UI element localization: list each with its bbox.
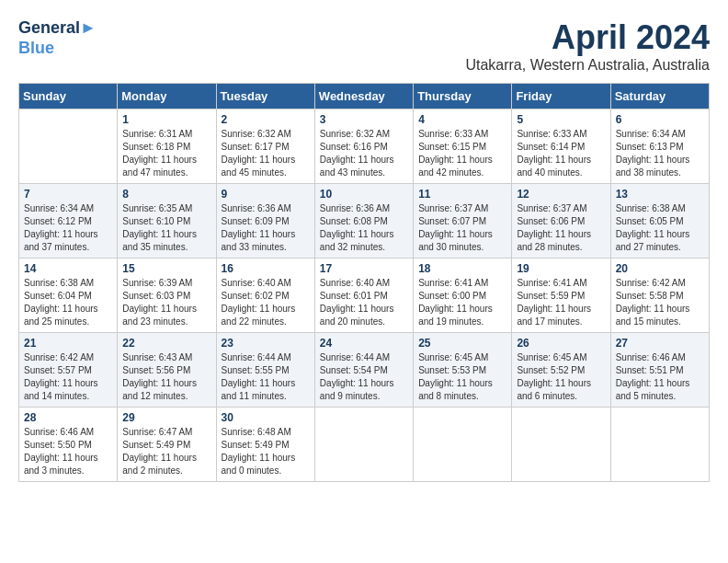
sunset: Sunset: 6:04 PM bbox=[24, 290, 112, 303]
day-number: 26 bbox=[517, 337, 605, 350]
calendar-cell: 16 Sunrise: 6:40 AM Sunset: 6:02 PM Dayl… bbox=[216, 259, 314, 333]
daylight: Daylight: 11 hours and 15 minutes. bbox=[616, 303, 704, 328]
day-number: 30 bbox=[222, 411, 310, 424]
sunset: Sunset: 6:18 PM bbox=[122, 141, 210, 154]
sunset: Sunset: 6:14 PM bbox=[517, 141, 605, 154]
sunrise: Sunrise: 6:40 AM bbox=[222, 277, 310, 290]
sunset: Sunset: 6:00 PM bbox=[418, 290, 506, 303]
day-number: 8 bbox=[122, 188, 210, 201]
calendar-cell: 17 Sunrise: 6:40 AM Sunset: 6:01 PM Dayl… bbox=[314, 259, 413, 333]
calendar-cell: 9 Sunrise: 6:36 AM Sunset: 6:09 PM Dayli… bbox=[216, 184, 314, 259]
daylight: Daylight: 11 hours and 19 minutes. bbox=[418, 303, 506, 328]
sunset: Sunset: 6:12 PM bbox=[24, 215, 112, 228]
calendar-cell bbox=[414, 408, 512, 482]
daylight: Daylight: 11 hours and 6 minutes. bbox=[517, 377, 605, 403]
sunrise: Sunrise: 6:38 AM bbox=[24, 277, 112, 290]
cell-content: Sunrise: 6:38 AM Sunset: 6:04 PM Dayligh… bbox=[24, 277, 112, 328]
sunset: Sunset: 5:58 PM bbox=[616, 290, 704, 303]
sunset: Sunset: 6:07 PM bbox=[418, 215, 506, 228]
daylight: Daylight: 11 hours and 0 minutes. bbox=[222, 452, 310, 477]
day-number: 10 bbox=[320, 188, 408, 201]
cell-content: Sunrise: 6:39 AM Sunset: 6:03 PM Dayligh… bbox=[122, 277, 210, 328]
daylight: Daylight: 11 hours and 27 minutes. bbox=[616, 228, 704, 254]
cell-content: Sunrise: 6:32 AM Sunset: 6:17 PM Dayligh… bbox=[222, 128, 310, 179]
daylight: Daylight: 11 hours and 32 minutes. bbox=[320, 228, 408, 254]
sunrise: Sunrise: 6:34 AM bbox=[24, 202, 112, 215]
cell-content: Sunrise: 6:32 AM Sunset: 6:16 PM Dayligh… bbox=[320, 128, 408, 179]
day-number: 28 bbox=[24, 411, 112, 424]
daylight: Daylight: 11 hours and 38 minutes. bbox=[616, 154, 704, 179]
calendar-cell: 25 Sunrise: 6:45 AM Sunset: 5:53 PM Dayl… bbox=[414, 333, 512, 408]
calendar-week-row: 21 Sunrise: 6:42 AM Sunset: 5:57 PM Dayl… bbox=[19, 333, 710, 408]
calendar-cell: 11 Sunrise: 6:37 AM Sunset: 6:07 PM Dayl… bbox=[414, 184, 512, 259]
daylight: Daylight: 11 hours and 43 minutes. bbox=[320, 154, 408, 179]
calendar-cell: 2 Sunrise: 6:32 AM Sunset: 6:17 PM Dayli… bbox=[216, 109, 314, 184]
sunset: Sunset: 6:15 PM bbox=[418, 141, 506, 154]
cell-content: Sunrise: 6:45 AM Sunset: 5:52 PM Dayligh… bbox=[517, 351, 605, 403]
sunrise: Sunrise: 6:36 AM bbox=[222, 202, 310, 215]
daylight: Daylight: 11 hours and 40 minutes. bbox=[517, 154, 605, 179]
sunset: Sunset: 6:01 PM bbox=[320, 290, 408, 303]
sunset: Sunset: 5:55 PM bbox=[222, 364, 310, 377]
daylight: Daylight: 11 hours and 14 minutes. bbox=[24, 377, 112, 403]
sunset: Sunset: 5:59 PM bbox=[517, 290, 605, 303]
calendar-cell: 20 Sunrise: 6:42 AM Sunset: 5:58 PM Dayl… bbox=[610, 259, 709, 333]
calendar-cell: 27 Sunrise: 6:46 AM Sunset: 5:51 PM Dayl… bbox=[610, 333, 709, 408]
day-number: 21 bbox=[24, 337, 112, 350]
calendar-cell bbox=[610, 408, 709, 482]
calendar-cell: 13 Sunrise: 6:38 AM Sunset: 6:05 PM Dayl… bbox=[610, 184, 709, 259]
calendar-cell: 23 Sunrise: 6:44 AM Sunset: 5:55 PM Dayl… bbox=[216, 333, 314, 408]
cell-content: Sunrise: 6:47 AM Sunset: 5:49 PM Dayligh… bbox=[122, 426, 210, 477]
sunrise: Sunrise: 6:44 AM bbox=[320, 351, 408, 364]
calendar-cell: 14 Sunrise: 6:38 AM Sunset: 6:04 PM Dayl… bbox=[19, 259, 118, 333]
sunset: Sunset: 6:03 PM bbox=[122, 290, 210, 303]
sunset: Sunset: 5:50 PM bbox=[24, 439, 112, 452]
sunrise: Sunrise: 6:38 AM bbox=[616, 202, 704, 215]
calendar-cell: 12 Sunrise: 6:37 AM Sunset: 6:06 PM Dayl… bbox=[512, 184, 610, 259]
sunrise: Sunrise: 6:47 AM bbox=[122, 426, 210, 439]
cell-content: Sunrise: 6:36 AM Sunset: 6:09 PM Dayligh… bbox=[222, 202, 310, 254]
calendar-cell: 5 Sunrise: 6:33 AM Sunset: 6:14 PM Dayli… bbox=[512, 109, 610, 184]
sunset: Sunset: 6:06 PM bbox=[517, 215, 605, 228]
sunrise: Sunrise: 6:32 AM bbox=[222, 128, 310, 141]
cell-content: Sunrise: 6:41 AM Sunset: 5:59 PM Dayligh… bbox=[517, 277, 605, 328]
sunset: Sunset: 5:56 PM bbox=[122, 364, 210, 377]
cell-content: Sunrise: 6:33 AM Sunset: 6:15 PM Dayligh… bbox=[418, 128, 506, 179]
day-number: 7 bbox=[24, 188, 112, 201]
calendar-cell: 21 Sunrise: 6:42 AM Sunset: 5:57 PM Dayl… bbox=[19, 333, 118, 408]
sunset: Sunset: 6:13 PM bbox=[616, 141, 704, 154]
sunrise: Sunrise: 6:33 AM bbox=[517, 128, 605, 141]
calendar-cell: 10 Sunrise: 6:36 AM Sunset: 6:08 PM Dayl… bbox=[314, 184, 413, 259]
calendar-cell: 30 Sunrise: 6:48 AM Sunset: 5:49 PM Dayl… bbox=[216, 408, 314, 482]
day-number: 27 bbox=[616, 337, 704, 350]
daylight: Daylight: 11 hours and 22 minutes. bbox=[222, 303, 310, 328]
day-number: 24 bbox=[320, 337, 408, 350]
day-number: 4 bbox=[418, 113, 506, 126]
header-wednesday: Wednesday bbox=[314, 84, 413, 109]
daylight: Daylight: 11 hours and 3 minutes. bbox=[24, 452, 112, 477]
header-monday: Monday bbox=[118, 84, 216, 109]
sunset: Sunset: 6:17 PM bbox=[222, 141, 310, 154]
calendar: SundayMondayTuesdayWednesdayThursdayFrid… bbox=[18, 83, 710, 482]
day-number: 2 bbox=[222, 113, 310, 126]
day-number: 18 bbox=[418, 262, 506, 275]
cell-content: Sunrise: 6:44 AM Sunset: 5:55 PM Dayligh… bbox=[222, 351, 310, 403]
month-title: April 2024 bbox=[465, 18, 710, 57]
sunset: Sunset: 5:53 PM bbox=[418, 364, 506, 377]
daylight: Daylight: 11 hours and 45 minutes. bbox=[222, 154, 310, 179]
calendar-cell: 29 Sunrise: 6:47 AM Sunset: 5:49 PM Dayl… bbox=[118, 408, 216, 482]
day-number: 9 bbox=[222, 188, 310, 201]
cell-content: Sunrise: 6:31 AM Sunset: 6:18 PM Dayligh… bbox=[122, 128, 210, 179]
calendar-cell: 22 Sunrise: 6:43 AM Sunset: 5:56 PM Dayl… bbox=[118, 333, 216, 408]
calendar-week-row: 28 Sunrise: 6:46 AM Sunset: 5:50 PM Dayl… bbox=[19, 408, 710, 482]
sunrise: Sunrise: 6:35 AM bbox=[122, 202, 210, 215]
sunset: Sunset: 5:49 PM bbox=[222, 439, 310, 452]
sunset: Sunset: 6:08 PM bbox=[320, 215, 408, 228]
calendar-cell bbox=[512, 408, 610, 482]
daylight: Daylight: 11 hours and 33 minutes. bbox=[222, 228, 310, 254]
cell-content: Sunrise: 6:40 AM Sunset: 6:02 PM Dayligh… bbox=[222, 277, 310, 328]
calendar-header-row: SundayMondayTuesdayWednesdayThursdayFrid… bbox=[19, 84, 710, 109]
day-number: 1 bbox=[122, 113, 210, 126]
sunrise: Sunrise: 6:37 AM bbox=[517, 202, 605, 215]
calendar-week-row: 7 Sunrise: 6:34 AM Sunset: 6:12 PM Dayli… bbox=[19, 184, 710, 259]
